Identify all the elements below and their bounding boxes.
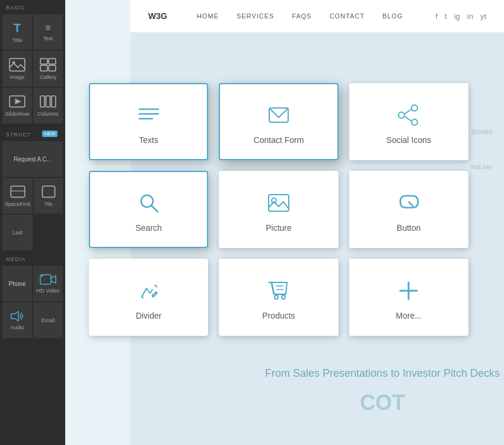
widget-social-icons[interactable]: Social Icons: [349, 83, 468, 160]
social-icons-icon: [395, 102, 422, 128]
widget-button[interactable]: Button: [349, 171, 468, 248]
widget-picture-label: Picture: [266, 223, 292, 233]
more-icon: [395, 278, 422, 304]
sidebar-item-columns[interactable]: Columns: [33, 88, 63, 123]
bg-nav-faqs: FAQS: [292, 12, 311, 20]
sidebar-section-struct: STRUCT: [0, 127, 37, 140]
widget-contact-form[interactable]: Contact Form: [219, 83, 338, 160]
texts-icon: [136, 102, 162, 128]
svg-marker-7: [15, 98, 22, 104]
svg-rect-9: [46, 96, 50, 107]
sidebar-struct-header: STRUCT NEW: [0, 125, 65, 140]
sidebar-item-tile[interactable]: Tile: [34, 178, 63, 214]
picture-icon: [266, 190, 292, 216]
sidebar-item-spacefirst[interactable]: SpaceFirst: [2, 178, 33, 214]
sidebar-slideshow-label: Slideshow: [5, 111, 29, 117]
sidebar-item-audio[interactable]: Audio: [2, 303, 32, 338]
svg-rect-13: [42, 186, 55, 198]
sidebar-item-hdvideo[interactable]: HD Video: [33, 266, 63, 301]
svg-line-28: [151, 205, 158, 212]
svg-point-22: [412, 105, 417, 111]
text-icon: ≡: [45, 23, 50, 33]
bg-nav-blog: BLOG: [382, 12, 403, 20]
sidebar-basic-grid: T Title ≡ Text Image Gallery: [0, 13, 65, 125]
widget-grid: Texts Contact Form Social Icons: [77, 71, 480, 348]
bg-nav-services: SERVICES: [237, 12, 274, 20]
svg-point-24: [412, 119, 417, 125]
sidebar-text-label: Text: [43, 36, 53, 42]
svg-rect-10: [52, 96, 56, 107]
bg-bottom-text: From Sales Presentations to Investor Pit…: [261, 367, 504, 380]
sidebar-item-phone[interactable]: Phone: [2, 266, 32, 301]
sidebar-item-gallery[interactable]: Gallery: [33, 51, 63, 87]
bg-social-icons: f t ig in yt: [435, 12, 486, 21]
left-sidebar: BASIC T Title ≡ Text Image Gallery: [0, 0, 65, 445]
sidebar-item-text[interactable]: ≡ Text: [33, 14, 63, 50]
sidebar-section-basic: BASIC: [0, 0, 65, 13]
sidebar-section-media: MEDIA: [0, 252, 65, 265]
sidebar-email-label: Email: [42, 317, 55, 323]
columns-icon: [40, 94, 56, 109]
bg-bottom-num: COT: [261, 390, 504, 415]
widget-overlay: Texts Contact Form Social Icons: [77, 71, 480, 348]
sidebar-phone-label: Phone: [9, 281, 26, 287]
svg-rect-11: [11, 186, 24, 198]
divider-icon: [136, 278, 162, 304]
svg-point-38: [282, 295, 285, 299]
widget-more-label: More...: [396, 311, 422, 320]
spacefirst-icon: [9, 185, 26, 199]
sidebar-spacefirst-label: SpaceFirst: [5, 201, 30, 207]
widget-divider-label: Divider: [136, 311, 162, 320]
svg-line-34: [155, 285, 157, 287]
svg-rect-4: [40, 65, 47, 71]
sidebar-media-grid: Phone HD Video Audio Email: [0, 265, 65, 339]
gallery-icon: [40, 58, 56, 72]
bg-nav-contact: CONTACT: [330, 12, 365, 20]
widget-texts-label: Texts: [139, 135, 158, 145]
sidebar-item-image[interactable]: Image: [2, 51, 32, 87]
widget-contact-form-label: Contact Form: [254, 135, 304, 145]
sidebar-item-email[interactable]: Email: [33, 303, 63, 338]
widget-search-label: Search: [135, 223, 161, 233]
svg-marker-15: [51, 276, 56, 283]
sidebar-audio-label: Audio: [10, 325, 24, 330]
widget-more[interactable]: More...: [349, 259, 468, 336]
svg-line-25: [404, 109, 412, 114]
sidebar-hdvideo-label: HD Video: [37, 288, 59, 294]
search-icon: [136, 190, 162, 216]
sidebar-gallery-label: Gallery: [40, 74, 57, 80]
widget-products[interactable]: Products: [219, 259, 338, 336]
sidebar-image-label: Image: [9, 74, 24, 80]
sidebar-item-last[interactable]: Last: [2, 215, 33, 250]
svg-point-37: [275, 295, 278, 299]
widget-divider[interactable]: Divider: [89, 259, 208, 336]
bg-logo: W3G: [148, 11, 167, 21]
sidebar-item-slideshow[interactable]: Slideshow: [2, 88, 32, 123]
svg-rect-3: [49, 59, 56, 64]
widget-picture[interactable]: Picture: [219, 171, 338, 248]
svg-rect-29: [269, 195, 289, 211]
title-icon: T: [14, 21, 21, 35]
image-icon: [9, 58, 25, 72]
svg-rect-2: [40, 59, 47, 64]
svg-point-16: [42, 275, 43, 277]
sidebar-item-title[interactable]: T Title: [2, 14, 32, 50]
widget-products-label: Products: [262, 311, 295, 320]
audio-icon: [10, 310, 24, 322]
button-icon: [395, 190, 422, 216]
widget-texts[interactable]: Texts: [89, 83, 208, 160]
widget-search[interactable]: Search: [89, 171, 208, 248]
widget-social-icons-label: Social Icons: [387, 135, 431, 145]
svg-point-23: [398, 112, 404, 118]
slideshow-icon: [9, 94, 25, 109]
sidebar-struct-grid: Request A C... SpaceFirst Tile Last: [0, 140, 65, 252]
bg-nav-home: HOME: [197, 12, 219, 20]
svg-rect-8: [40, 96, 44, 107]
svg-line-26: [404, 116, 412, 121]
contact-form-icon: [266, 102, 292, 128]
sidebar-item-request[interactable]: Request A C...: [2, 141, 63, 177]
products-icon: [266, 278, 292, 304]
sidebar-title-label: Title: [12, 37, 23, 43]
svg-rect-5: [49, 65, 56, 71]
widget-button-label: Button: [397, 223, 420, 233]
